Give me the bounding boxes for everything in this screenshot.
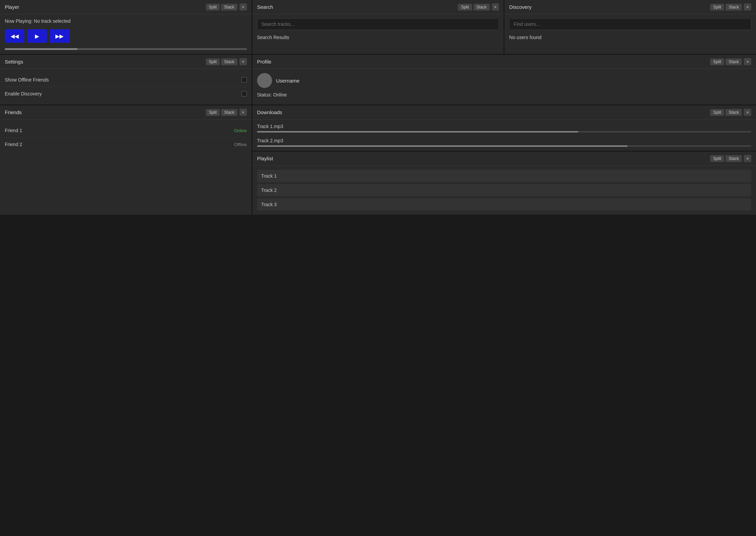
settings-panel: Settings Split Stack × Show Offline Frie… [0, 55, 252, 105]
profile-status: Status: Online [257, 92, 751, 97]
forward-button[interactable]: ▶▶ [50, 29, 69, 43]
discovery-actions: Split Stack × [710, 3, 751, 11]
search-split-button[interactable]: Split [458, 4, 472, 11]
player-stack-button[interactable]: Stack [221, 4, 237, 11]
search-input[interactable] [257, 18, 499, 30]
profile-close-button[interactable]: × [744, 58, 751, 65]
settings-split-button[interactable]: Split [206, 58, 220, 65]
settings-body: Show Offline Friends Enable Discovery [0, 69, 252, 105]
player-panel: Player Split Stack × Now Playing: No tra… [0, 0, 252, 54]
rewind-icon: ◀◀ [11, 33, 19, 39]
play-button[interactable]: ▶ [27, 29, 47, 43]
download-item-1: Track 1.mp3 [257, 124, 751, 132]
discovery-panel: Discovery Split Stack × No users found [504, 0, 756, 54]
friends-close-button[interactable]: × [239, 109, 247, 116]
playlist-split-button[interactable]: Split [710, 155, 724, 162]
forward-icon: ▶▶ [55, 33, 64, 39]
settings-actions: Split Stack × [206, 58, 247, 65]
playlist-item-2[interactable]: Track 2 [257, 184, 751, 196]
player-progress-bar[interactable] [5, 48, 247, 50]
download-2-fill [257, 145, 628, 147]
profile-split-button[interactable]: Split [710, 58, 724, 65]
profile-actions: Split Stack × [710, 58, 751, 65]
search-title: Search [257, 4, 273, 10]
playlist-actions: Split Stack × [710, 155, 751, 162]
playlist-header: Playlist Split Stack × [252, 151, 756, 166]
no-users-label: No users found [509, 35, 751, 40]
profile-title: Profile [257, 59, 272, 65]
player-actions: Split Stack × [206, 3, 247, 11]
download-2-name: Track 2.mp3 [257, 138, 751, 143]
playlist-close-button[interactable]: × [744, 155, 751, 162]
friends-body: Friend 1 Online Friend 2 Offline [0, 120, 252, 215]
profile-header: Profile Split Stack × [252, 55, 756, 69]
friends-split-button[interactable]: Split [206, 109, 220, 116]
playlist-body: Track 1 Track 2 Track 3 [252, 166, 756, 215]
username-label: Username [276, 78, 300, 84]
avatar [257, 73, 272, 88]
search-header: Search Split Stack × [252, 0, 504, 14]
settings-row-offline-friends: Show Offline Friends [5, 73, 247, 87]
friends-actions: Split Stack × [206, 109, 247, 116]
search-close-button[interactable]: × [492, 3, 499, 11]
player-title: Player [5, 4, 19, 10]
settings-header: Settings Split Stack × [0, 55, 252, 69]
search-actions: Split Stack × [458, 3, 499, 11]
friends-header: Friends Split Stack × [0, 105, 252, 120]
playlist-stack-button[interactable]: Stack [725, 155, 742, 162]
friend-row-1: Friend 1 Online [5, 124, 247, 138]
search-panel: Search Split Stack × Search Results [252, 0, 504, 54]
downloads-actions: Split Stack × [710, 109, 751, 116]
play-icon: ▶ [35, 33, 39, 39]
enable-discovery-label: Enable Discovery [5, 91, 42, 96]
profile-panel: Profile Split Stack × Username Status: O… [252, 55, 756, 105]
now-playing-label: Now Playing: No track selected [5, 18, 247, 24]
player-split-button[interactable]: Split [206, 4, 220, 11]
download-1-name: Track 1.mp3 [257, 124, 751, 129]
friend-1-status: Online [234, 128, 247, 133]
profile-top: Username [257, 73, 751, 88]
downloads-title: Downloads [257, 109, 282, 115]
settings-title: Settings [5, 59, 23, 65]
rewind-button[interactable]: ◀◀ [5, 29, 24, 43]
downloads-stack-button[interactable]: Stack [725, 109, 742, 116]
download-1-fill [257, 131, 578, 132]
download-item-2: Track 2.mp3 [257, 138, 751, 147]
discovery-stack-button[interactable]: Stack [725, 4, 742, 11]
discovery-body: No users found [504, 14, 756, 54]
download-2-bar [257, 145, 751, 147]
settings-close-button[interactable]: × [239, 58, 247, 65]
friends-stack-button[interactable]: Stack [221, 109, 237, 116]
downloads-body: Track 1.mp3 Track 2.mp3 [252, 120, 756, 151]
player-controls: ◀◀ ▶ ▶▶ [5, 29, 247, 43]
player-body: Now Playing: No track selected ◀◀ ▶ ▶▶ [0, 14, 252, 54]
friend-2-name: Friend 2 [5, 142, 22, 147]
profile-body: Username Status: Online [252, 69, 756, 105]
playlist-panel: Playlist Split Stack × Track 1 Track 2 T… [252, 151, 756, 215]
search-stack-button[interactable]: Stack [473, 4, 490, 11]
right-col-row3: Downloads Split Stack × Track 1.mp3 Trac… [252, 105, 756, 215]
friend-row-2: Friend 2 Offline [5, 138, 247, 151]
profile-stack-button[interactable]: Stack [725, 58, 742, 65]
friend-1-name: Friend 1 [5, 128, 22, 133]
player-close-button[interactable]: × [239, 3, 247, 11]
playlist-title: Playlist [257, 156, 273, 161]
enable-discovery-checkbox[interactable] [241, 91, 247, 96]
offline-friends-checkbox[interactable] [241, 77, 247, 83]
player-progress-fill [5, 48, 77, 50]
discovery-close-button[interactable]: × [744, 3, 751, 11]
player-header: Player Split Stack × [0, 0, 252, 14]
playlist-item-1[interactable]: Track 1 [257, 170, 751, 182]
search-body: Search Results [252, 14, 504, 54]
downloads-split-button[interactable]: Split [710, 109, 724, 116]
offline-friends-label: Show Offline Friends [5, 77, 49, 83]
friends-title: Friends [5, 109, 22, 115]
discovery-split-button[interactable]: Split [710, 4, 724, 11]
friend-2-status: Offline [234, 142, 247, 147]
find-users-input[interactable] [509, 18, 751, 30]
settings-stack-button[interactable]: Stack [221, 58, 237, 65]
downloads-close-button[interactable]: × [744, 109, 751, 116]
playlist-item-3[interactable]: Track 3 [257, 198, 751, 211]
search-results-label: Search Results [257, 35, 499, 40]
friends-panel: Friends Split Stack × Friend 1 Online Fr… [0, 105, 252, 215]
